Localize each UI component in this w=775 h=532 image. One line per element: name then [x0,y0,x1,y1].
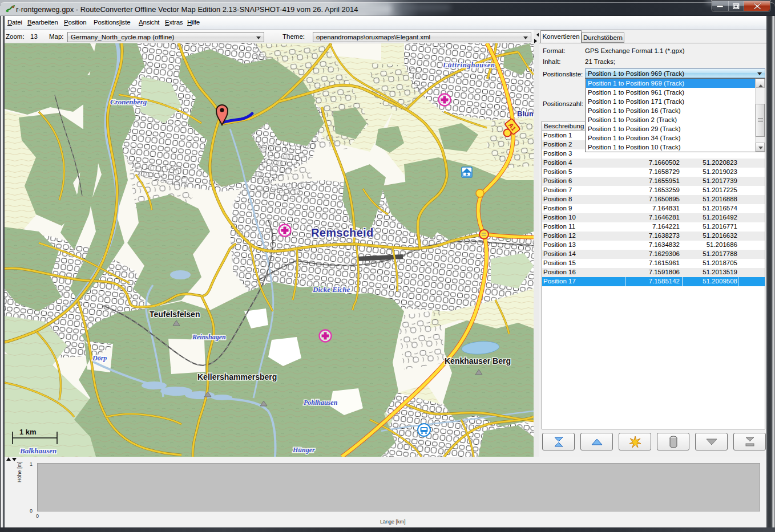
svg-text:1 km: 1 km [19,428,37,436]
svg-text:Cronenberg: Cronenberg [110,98,147,106]
svg-text:Dicke Eiche: Dicke Eiche [312,285,350,294]
svg-text:Balkhausen: Balkhausen [19,446,56,455]
svg-text:Pohlhausen: Pohlhausen [304,399,338,407]
svg-text:Teufelsfelsen: Teufelsfelsen [150,310,200,319]
svg-text:Blum: Blum [517,109,534,118]
svg-text:Hünger: Hünger [292,446,315,454]
svg-text:Reinshagen: Reinshagen [192,333,226,341]
svg-text:Dörp: Dörp [92,354,107,362]
svg-text:Remscheid: Remscheid [311,226,373,239]
svg-text:Kenkhauser Berg: Kenkhauser Berg [445,356,511,366]
svg-text:Kellershammersberg: Kellershammersberg [197,372,277,381]
svg-text:Lüttringhausen: Lüttringhausen [442,61,495,69]
